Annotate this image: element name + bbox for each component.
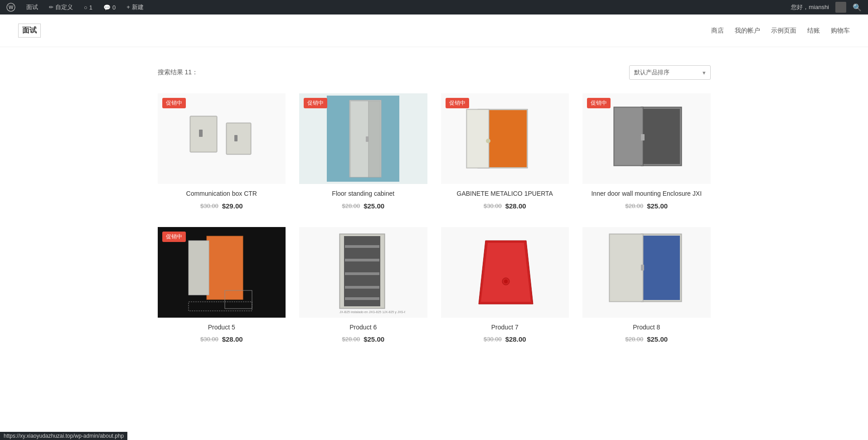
product-card-4[interactable]: 促销中 Inn: [582, 93, 711, 213]
product-card-7[interactable]: Product 7 $30.00 $28.00: [441, 227, 569, 347]
products-grid: 促销中 Communication box CTR $30.00: [158, 93, 711, 347]
svg-rect-46: [610, 235, 642, 301]
price-sale-6: $25.00: [364, 335, 384, 343]
sale-badge-4: 促销中: [587, 98, 611, 108]
product-prices-6: $28.00 $25.00: [299, 335, 427, 343]
admin-bar: W 面试 ✏ 自定义 ○ 1 💬 0 + 新建 您好，mianshi 🔍: [0, 0, 868, 15]
results-count: 搜索结果 11：: [158, 68, 198, 77]
adminbar-search-icon[interactable]: 🔍: [850, 0, 864, 15]
product-name-7: Product 7: [441, 323, 569, 332]
svg-point-17: [486, 139, 490, 143]
product-info-3: GABINETE METALICO 1PUERTA $30.00 $28.00: [441, 184, 569, 213]
site-wrapper: 面试 商店 我的帐户 示例页面 结账 购物车 搜索结果 11： 默认产品排序 ▾: [0, 15, 868, 365]
svg-rect-25: [207, 236, 243, 300]
product-info-8: Product 8 $28.00 $25.00: [582, 318, 711, 347]
nav-cart[interactable]: 购物车: [831, 27, 850, 35]
product-image-7: [441, 227, 569, 318]
product-name-3: GABINETE METALICO 1PUERTA: [441, 189, 569, 198]
svg-rect-7: [234, 135, 238, 141]
svg-text:W: W: [9, 5, 14, 10]
svg-rect-16: [467, 110, 488, 167]
product-name-1: Communication box CTR: [158, 189, 286, 198]
product-image-2: 促销中: [299, 93, 427, 184]
svg-rect-6: [227, 124, 250, 154]
results-header: 搜索结果 11： 默认产品排序 ▾: [158, 65, 711, 80]
product-info-1: Communication box CTR $30.00 $29.00: [158, 184, 286, 213]
adminbar-new[interactable]: + 新建: [124, 0, 146, 15]
nav-shop[interactable]: 商店: [711, 27, 724, 35]
svg-rect-14: [487, 110, 527, 167]
product-card-5[interactable]: 促销中 Product 5: [158, 227, 286, 347]
nav-account[interactable]: 我的帐户: [735, 27, 760, 35]
svg-rect-26: [189, 241, 209, 295]
price-sale-8: $25.00: [647, 335, 668, 343]
product-card-1[interactable]: 促销中 Communication box CTR $30.00: [158, 93, 286, 213]
product-card-6[interactable]: JX-B25 instalado en JXG-825 1JX-825 y JX…: [299, 227, 427, 347]
price-original-6: $28.00: [342, 336, 360, 343]
adminbar-comments[interactable]: ○ 1: [81, 0, 95, 15]
svg-rect-47: [641, 265, 644, 271]
product-prices-4: $28.00 $25.00: [582, 202, 711, 210]
price-original-4: $28.00: [625, 203, 643, 209]
price-original-3: $30.00: [484, 203, 502, 209]
price-original-8: $28.00: [625, 336, 643, 343]
nav-checkout[interactable]: 结账: [807, 27, 820, 35]
product-prices-3: $30.00 $28.00: [441, 202, 569, 210]
svg-text:JX-B25 instalado en JXG-825 1J: JX-B25 instalado en JXG-825 1JX-825 y JX…: [339, 310, 405, 314]
product-card-3[interactable]: 促销中 GABINETE METALIC: [441, 93, 569, 213]
svg-rect-23: [641, 134, 645, 140]
product-image-8: [582, 227, 711, 318]
svg-rect-34: [345, 272, 379, 275]
adminbar-avatar[interactable]: [835, 2, 846, 13]
nav-sample[interactable]: 示例页面: [771, 27, 796, 35]
product-info-7: Product 7 $30.00 $28.00: [441, 318, 569, 347]
product-prices-2: $28.00 $25.00: [299, 202, 427, 210]
product-info-6: Product 6 $28.00 $25.00: [299, 318, 427, 347]
adminbar-comment-count[interactable]: 💬 0: [101, 0, 118, 15]
svg-rect-36: [345, 297, 379, 300]
product-prices-1: $30.00 $29.00: [158, 202, 286, 210]
product-name-2: Floor standing cabinet: [299, 189, 427, 198]
svg-rect-32: [345, 245, 379, 248]
adminbar-user-greeting[interactable]: 您好，mianshi: [788, 0, 832, 15]
product-image-4: 促销中: [582, 93, 711, 184]
adminbar-customize[interactable]: ✏ 自定义: [46, 0, 76, 15]
site-header: 面试 商店 我的帐户 示例页面 结账 购物车: [0, 15, 868, 47]
price-original-7: $30.00: [484, 336, 502, 343]
sale-badge-2: 促销中: [304, 98, 327, 108]
svg-rect-35: [345, 286, 379, 289]
price-original-2: $28.00: [342, 203, 360, 209]
product-card-8[interactable]: Product 8 $28.00 $25.00: [582, 227, 711, 347]
svg-rect-22: [615, 108, 642, 165]
sale-badge-1: 促销中: [162, 98, 186, 108]
product-card-2[interactable]: 促销中 Floor standing cabinet: [299, 93, 427, 213]
svg-rect-12: [369, 101, 380, 177]
product-name-4: Inner door wall mounting Enclosure JXI: [582, 189, 711, 198]
price-sale-2: $25.00: [364, 202, 384, 210]
product-image-1: 促销中: [158, 93, 286, 184]
price-original-5: $30.00: [200, 336, 218, 343]
product-name-5: Product 5: [158, 323, 286, 332]
price-sale-3: $28.00: [505, 202, 526, 210]
product-prices-8: $28.00 $25.00: [582, 335, 711, 343]
svg-rect-3: [191, 117, 216, 151]
svg-rect-11: [366, 136, 369, 142]
product-info-4: Inner door wall mounting Enclosure JXI $…: [582, 184, 711, 213]
site-nav: 商店 我的帐户 示例页面 结账 购物车: [711, 27, 850, 35]
adminbar-site-name[interactable]: 面试: [24, 0, 41, 15]
sort-dropdown[interactable]: 默认产品排序 ▾: [629, 65, 711, 80]
price-sale-1: $29.00: [222, 202, 243, 210]
product-name-8: Product 8: [582, 323, 711, 332]
product-image-3: 促销中: [441, 93, 569, 184]
svg-rect-20: [643, 109, 680, 164]
svg-rect-4: [199, 130, 203, 137]
product-prices-5: $30.00 $28.00: [158, 335, 286, 343]
price-sale-5: $28.00: [222, 335, 243, 343]
site-logo[interactable]: 面试: [18, 24, 41, 38]
product-info-5: Product 5 $30.00 $28.00: [158, 318, 286, 347]
svg-marker-39: [481, 243, 531, 302]
svg-point-41: [504, 280, 508, 283]
product-name-6: Product 6: [299, 323, 427, 332]
sort-dropdown-arrow: ▾: [703, 69, 706, 76]
adminbar-wp-logo[interactable]: W: [4, 0, 18, 15]
